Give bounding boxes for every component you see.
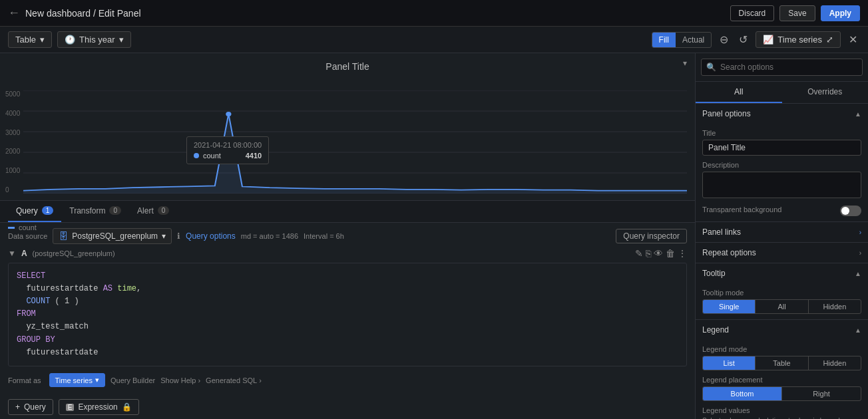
copy-icon[interactable]: ⎘ bbox=[646, 248, 651, 259]
legend-table-button[interactable]: Table bbox=[756, 356, 808, 370]
add-expression-button[interactable]: E Expression 🔒 bbox=[59, 399, 139, 415]
delete-icon[interactable]: 🗑 bbox=[666, 248, 675, 259]
legend-header[interactable]: Legend ▲ bbox=[696, 320, 868, 340]
topbar-left: ← New dashboard / Edit Panel bbox=[8, 6, 141, 20]
query-inspector-button[interactable]: Query inspector bbox=[616, 229, 687, 243]
legend-mode-label: Legend mode bbox=[702, 345, 861, 353]
query-md-info: md = auto = 1486 bbox=[241, 232, 298, 240]
svg-point-7 bbox=[226, 112, 231, 116]
tooltip-mode-label: Tooltip mode bbox=[702, 289, 861, 297]
panel-links-header[interactable]: Panel links › bbox=[696, 222, 868, 242]
save-button[interactable]: Save bbox=[779, 5, 815, 21]
repeat-options-chevron: › bbox=[859, 249, 861, 257]
title-option-row: Title bbox=[702, 129, 861, 156]
panel-title-input[interactable] bbox=[284, 59, 411, 74]
query-body: Data source 🗄 PostgreSQL_greenplum ▾ ℹ Q… bbox=[0, 223, 695, 395]
description-textarea[interactable] bbox=[702, 172, 861, 198]
toggle-knob bbox=[841, 207, 849, 215]
edit-icon[interactable]: ✎ bbox=[635, 248, 643, 259]
watch-icon[interactable]: 👁 bbox=[654, 248, 663, 259]
collapse-icon[interactable]: ▼ bbox=[8, 249, 16, 258]
tooltip-date: 2021-04-21 08:00:00 bbox=[194, 141, 262, 149]
legend-body: Legend mode List Table Hidden Legend pla… bbox=[696, 340, 868, 419]
secondbar-right: Fill Actual ⊖ ↺ 📈 Time series ⤢ ✕ bbox=[652, 31, 860, 49]
legend-mode-group: List Table Hidden bbox=[702, 356, 861, 370]
y-axis: 5000 4000 3000 2000 1000 0 bbox=[5, 90, 20, 194]
panel-options-title: Panel options bbox=[702, 109, 751, 118]
y-label-4000: 4000 bbox=[5, 110, 20, 117]
format-chevron: ▾ bbox=[95, 376, 99, 384]
fill-actual-group: Fill Actual bbox=[652, 32, 712, 48]
search-options-bar: 🔍 bbox=[696, 53, 868, 82]
panel-options-header[interactable]: Panel options ▲ bbox=[696, 104, 868, 124]
legend-chevron: ▲ bbox=[855, 327, 861, 334]
title-option-input[interactable] bbox=[702, 140, 861, 156]
time-range-label: This year bbox=[79, 35, 114, 45]
legend-right-button[interactable]: Right bbox=[782, 387, 861, 400]
query-toolbar: Data source 🗄 PostgreSQL_greenplum ▾ ℹ Q… bbox=[8, 228, 687, 244]
tooltip-hidden-button[interactable]: Hidden bbox=[809, 300, 861, 313]
chevron-down-icon: ▾ bbox=[162, 231, 166, 241]
apply-button[interactable]: Apply bbox=[821, 5, 860, 21]
search-options-input[interactable] bbox=[701, 59, 863, 76]
chart-query-area: ▾ 5000 4000 3000 2000 1000 0 2021-04-21 … bbox=[0, 53, 695, 419]
generated-sql-button[interactable]: Generated SQL › bbox=[206, 376, 262, 384]
add-query-button[interactable]: + Query bbox=[8, 399, 53, 415]
main-layout: ▾ 5000 4000 3000 2000 1000 0 2021-04-21 … bbox=[0, 53, 868, 419]
data-source-name: PostgreSQL_greenplum bbox=[72, 231, 158, 241]
legend-section: Legend ▲ Legend mode List Table Hidden L… bbox=[696, 320, 868, 419]
show-help-button[interactable]: Show Help › bbox=[160, 376, 200, 384]
query-builder-button[interactable]: Query Builder bbox=[110, 376, 155, 384]
tab-overrides[interactable]: Overrides bbox=[782, 82, 869, 103]
tooltip-dot bbox=[194, 153, 199, 158]
transparent-bg-label: Transparent background bbox=[702, 206, 781, 213]
query-connection: (postgreSQL_greenplum) bbox=[33, 249, 115, 257]
chart-container: 5000 4000 3000 2000 1000 0 2021-04-21 08… bbox=[0, 80, 695, 210]
tooltip-all-button[interactable]: All bbox=[756, 300, 808, 313]
panel-title-bar: ▾ bbox=[0, 53, 695, 80]
zoom-button[interactable]: ⊖ bbox=[717, 31, 731, 49]
tooltip-section: Tooltip ▲ Tooltip mode Single All Hidden bbox=[696, 263, 868, 320]
repeat-options-header[interactable]: Repeat options › bbox=[696, 243, 868, 263]
generated-sql-label: Generated SQL bbox=[206, 376, 257, 384]
tooltip-header[interactable]: Tooltip ▲ bbox=[696, 263, 868, 283]
tooltip-mode-group: Single All Hidden bbox=[702, 299, 861, 314]
tooltip-title: Tooltip bbox=[702, 269, 726, 278]
topbar: ← New dashboard / Edit Panel Discard Sav… bbox=[0, 0, 868, 27]
transparent-bg-toggle[interactable] bbox=[840, 206, 861, 216]
close-panel-button[interactable]: ✕ bbox=[846, 31, 860, 49]
query-footer: Format as Time series ▾ Query Builder Sh… bbox=[8, 370, 687, 390]
format-as-button[interactable]: Time series ▾ bbox=[49, 373, 105, 387]
tab-all[interactable]: All bbox=[696, 82, 782, 103]
panel-title-arrow: ▾ bbox=[683, 59, 687, 68]
search-icon: 🔍 bbox=[706, 63, 716, 72]
time-series-label: Time series bbox=[777, 35, 822, 45]
vis-type-button[interactable]: Table ▾ bbox=[8, 31, 52, 48]
description-option-row: Description bbox=[702, 161, 861, 200]
data-source-button[interactable]: 🗄 PostgreSQL_greenplum ▾ bbox=[53, 228, 172, 244]
query-section: Query 1 Transform 0 Alert 0 Data source … bbox=[0, 200, 695, 419]
legend-values-row: Legend values Select values or calculati… bbox=[702, 406, 861, 419]
discard-button[interactable]: Discard bbox=[730, 5, 775, 21]
back-icon[interactable]: ← bbox=[8, 6, 20, 20]
time-series-button[interactable]: 📈 Time series ⤢ bbox=[756, 31, 841, 48]
query-options-label[interactable]: Query options bbox=[186, 231, 236, 241]
chart-section: ▾ 5000 4000 3000 2000 1000 0 2021-04-21 … bbox=[0, 53, 695, 200]
secondbar: Table ▾ 🕐 This year ▾ Fill Actual ⊖ ↺ 📈 … bbox=[0, 27, 868, 53]
fill-button[interactable]: Fill bbox=[652, 33, 676, 47]
query-interval-info: Interval = 6h bbox=[304, 232, 344, 240]
refresh-button[interactable]: ↺ bbox=[736, 31, 750, 49]
legend-hidden-button[interactable]: Hidden bbox=[809, 356, 861, 370]
legend-list-button[interactable]: List bbox=[703, 356, 756, 370]
tooltip-row: count 4410 bbox=[194, 152, 262, 160]
sql-editor[interactable]: SELECT futurestartdate AS time, COUNT ( … bbox=[8, 263, 687, 366]
title-option-label: Title bbox=[702, 129, 861, 137]
legend-bottom-button[interactable]: Bottom bbox=[703, 387, 782, 400]
y-label-3000: 3000 bbox=[5, 129, 20, 136]
tooltip-single-button[interactable]: Single bbox=[703, 300, 756, 313]
right-panel: 🔍 All Overrides Panel options ▲ Title De… bbox=[695, 53, 868, 419]
time-range-button[interactable]: 🕐 This year ▾ bbox=[57, 31, 130, 48]
legend-placement-row: Legend placement Bottom Right bbox=[702, 376, 861, 401]
actual-button[interactable]: Actual bbox=[676, 33, 711, 47]
more-icon[interactable]: ⋮ bbox=[678, 248, 687, 259]
